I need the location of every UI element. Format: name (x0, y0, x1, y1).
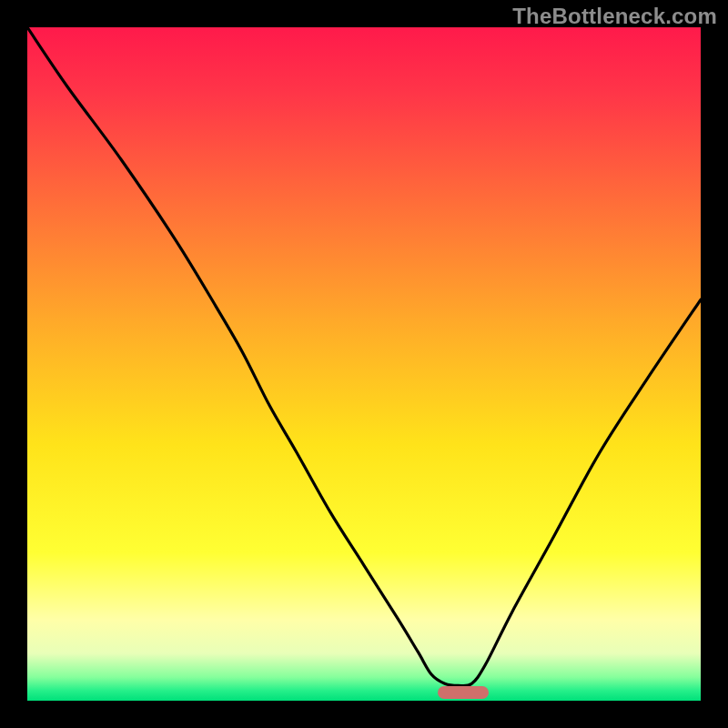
optimal-marker (438, 686, 489, 699)
plot-area (27, 27, 701, 701)
chart-frame: TheBottleneck.com (0, 0, 728, 728)
watermark-text: TheBottleneck.com (512, 4, 717, 29)
bottleneck-curve (27, 27, 701, 701)
